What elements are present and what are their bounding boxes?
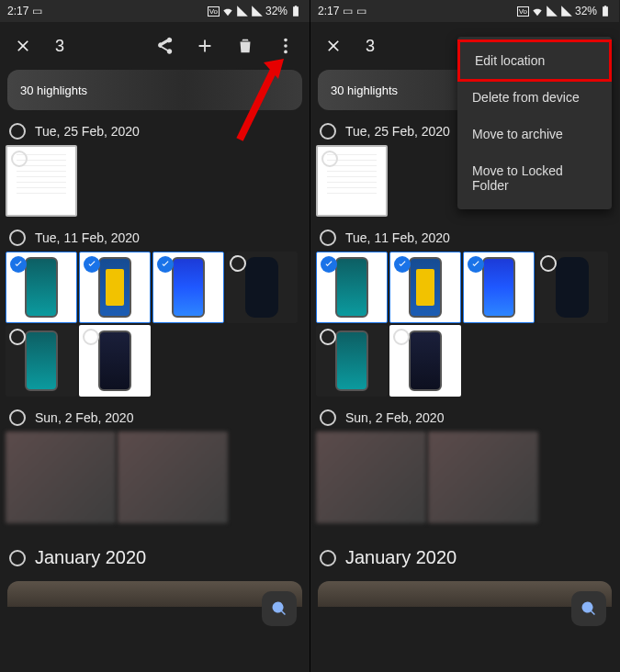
photo-thumbnail[interactable] [536,252,608,323]
volte-icon: Vo [517,6,529,17]
photo-thumbnail[interactable] [7,581,302,607]
select-circle[interactable] [230,255,246,272]
select-circle[interactable] [9,329,26,345]
photo-thumbnail[interactable] [316,252,388,323]
screenshot-left: 2:17 ▭ Vo 32% 3 30 highligh [0,0,310,672]
menu-move-archive[interactable]: Move to archive [457,116,612,152]
select-all-circle[interactable] [9,409,26,426]
month-header[interactable]: January 2020 [0,529,310,576]
close-button[interactable] [6,28,40,63]
close-button[interactable] [316,28,351,63]
photo-thumbnail[interactable] [6,252,77,323]
battery-icon [599,5,612,17]
date-header[interactable]: Tue, 11 Feb, 2020 [0,222,310,250]
notification-icon: ▭ [32,5,42,17]
zoom-button[interactable] [262,591,297,626]
menu-move-locked[interactable]: Move to Locked Folder [457,152,612,204]
photo-thumbnail[interactable] [79,252,151,323]
date-text: Tue, 11 Feb, 2020 [35,230,140,245]
photo-thumbnail[interactable] [152,252,224,323]
svg-point-2 [284,50,287,54]
date-header[interactable]: Tue, 11 Feb, 2020 [310,222,619,250]
select-circle[interactable] [540,255,557,272]
date-text: Tue, 25 Feb, 2020 [35,124,140,139]
zoom-button[interactable] [571,591,606,626]
status-time: 2:17 [7,5,28,17]
select-circle[interactable] [83,329,99,345]
date-text: Tue, 11 Feb, 2020 [345,230,450,245]
photo-thumbnail[interactable] [316,145,388,217]
photo-thumbnail[interactable] [6,431,116,523]
select-circle[interactable] [393,329,410,345]
highlights-label: 30 highlights [20,84,87,97]
select-all-circle[interactable] [320,123,336,140]
checkmark-icon [84,256,100,273]
photo-thumbnail[interactable] [6,325,77,397]
share-button[interactable] [146,28,183,64]
signal-icon [546,5,558,17]
select-circle[interactable] [321,151,338,167]
battery-icon [289,5,302,17]
select-all-circle[interactable] [320,550,336,566]
thumbnail-row [0,430,310,529]
status-bar: 2:17 ▭ Vo 32% [0,0,310,22]
screenshot-right: 2:17 ▭ ▭ Vo 32% 3 30 highlights Tue, 25 … [310,0,619,672]
battery-percent: 32% [265,5,287,17]
select-all-circle[interactable] [320,230,336,246]
date-header[interactable]: Sun, 2 Feb, 2020 [310,402,619,430]
signal-icon [236,5,249,17]
photo-thumbnail[interactable] [428,431,538,523]
photo-thumbnail[interactable] [316,431,426,523]
checkmark-icon [394,256,411,273]
battery-percent: 32% [575,5,597,17]
status-bar: 2:17 ▭ ▭ Vo 32% [310,0,619,22]
photo-thumbnail[interactable] [79,325,151,397]
photo-thumbnail[interactable] [6,145,77,217]
menu-delete-device[interactable]: Delete from device [457,79,612,116]
volte-icon: Vo [208,6,220,17]
select-all-circle[interactable] [9,230,26,246]
signal-icon-2 [251,5,264,17]
month-header[interactable]: January 2020 [310,529,619,576]
thumbnail-row [0,143,310,222]
checkmark-icon [157,256,174,273]
date-text: Tue, 25 Feb, 2020 [345,124,450,139]
selection-count: 3 [55,37,64,56]
photo-thumbnail[interactable] [463,252,535,323]
checkmark-icon [10,256,27,273]
selection-count: 3 [366,37,375,56]
notification-icon: ▭ [356,5,366,17]
photo-thumbnail[interactable] [318,581,612,607]
photo-thumbnail[interactable] [389,252,461,323]
checkmark-icon [468,256,484,273]
photo-thumbnail[interactable] [316,325,388,397]
date-header[interactable]: Sun, 2 Feb, 2020 [0,402,310,430]
highlights-label: 30 highlights [331,84,398,97]
notification-icon: ▭ [343,5,353,17]
menu-edit-location[interactable]: Edit location [457,39,612,82]
photo-thumbnail[interactable] [389,325,461,397]
date-header[interactable]: Tue, 25 Feb, 2020 [0,116,310,143]
svg-point-0 [284,39,287,42]
thumbnail-row [0,250,310,402]
select-circle[interactable] [11,151,28,167]
select-circle[interactable] [320,329,336,345]
select-all-circle[interactable] [9,123,26,140]
month-text: January 2020 [35,547,146,568]
add-button[interactable] [186,28,223,64]
select-all-circle[interactable] [320,409,336,426]
select-all-circle[interactable] [9,550,26,566]
svg-point-1 [284,44,287,48]
checkmark-icon [321,256,337,273]
delete-button[interactable] [227,28,264,64]
month-text: January 2020 [345,547,457,568]
status-time: 2:17 [318,5,339,17]
photo-thumbnail[interactable] [226,252,298,323]
signal-icon-2 [560,5,573,17]
date-text: Sun, 2 Feb, 2020 [345,410,444,425]
wifi-icon [221,5,234,17]
date-text: Sun, 2 Feb, 2020 [35,410,133,425]
highlights-card[interactable]: 30 highlights [7,70,302,110]
photo-thumbnail[interactable] [118,431,228,523]
overflow-button[interactable] [267,28,304,64]
